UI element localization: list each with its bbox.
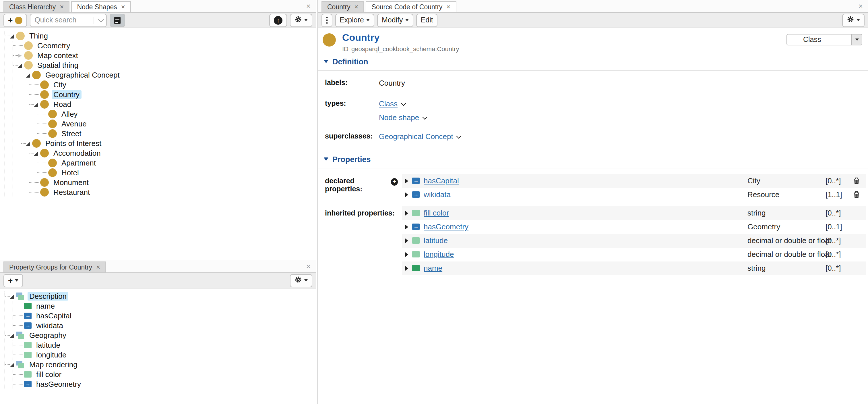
row-expander-icon[interactable] xyxy=(405,238,408,243)
tree-item-thing[interactable]: Thing xyxy=(5,31,316,41)
tree-expander-icon[interactable] xyxy=(10,293,15,299)
class-icon xyxy=(24,41,33,50)
property-groups-settings-button[interactable] xyxy=(290,274,312,287)
add-property-group-button[interactable]: + xyxy=(3,274,23,287)
create-class-button[interactable]: + xyxy=(3,13,27,27)
modify-button[interactable]: Modify xyxy=(377,13,413,27)
tab-close-icon[interactable]: × xyxy=(446,3,451,10)
tree-item-wikidata[interactable]: →wikidata xyxy=(13,321,316,330)
tree-item-map-context[interactable]: Map context xyxy=(13,51,316,60)
select-arrow-button[interactable] xyxy=(851,34,862,45)
class-hierarchy-settings-button[interactable] xyxy=(290,13,312,27)
definition-section-header[interactable]: Definition xyxy=(318,57,868,66)
property-link[interactable]: fill color xyxy=(424,209,449,217)
search-options-dropdown[interactable] xyxy=(94,17,106,24)
tree-expander-icon[interactable] xyxy=(34,102,39,107)
row-expander-icon[interactable] xyxy=(405,224,408,229)
edit-button[interactable]: Edit xyxy=(416,13,438,27)
property-link[interactable]: name xyxy=(424,264,442,272)
row-expander-icon[interactable] xyxy=(405,266,408,270)
tree-expander-icon[interactable] xyxy=(10,333,15,338)
tab-label: Property Groups for Country xyxy=(9,264,92,271)
resource-tab-source-code-of-country[interactable]: Source Code of Country× xyxy=(366,1,456,12)
tree-item-hotel[interactable]: Hotel xyxy=(37,168,316,178)
tree-item-restaurant[interactable]: Restaurant xyxy=(29,187,316,197)
book-icon xyxy=(114,17,121,24)
tree-item-hasgeometry[interactable]: →hasGeometry xyxy=(13,379,316,389)
tree-expander-icon[interactable] xyxy=(10,33,15,39)
chevron-down-icon[interactable] xyxy=(456,134,461,139)
dictionary-view-button[interactable] xyxy=(110,13,125,27)
tree-expander-icon[interactable] xyxy=(18,62,23,68)
property-link[interactable]: longitude xyxy=(424,250,454,259)
tree-item-geographical-concept[interactable]: Geographical Concept xyxy=(21,70,316,80)
property-link[interactable]: hasCapital xyxy=(424,176,459,185)
tree-connector xyxy=(13,374,23,375)
resource-link-geographical-concept[interactable]: Geographical Concept xyxy=(379,132,453,141)
tree-item-hascapital[interactable]: →hasCapital xyxy=(13,311,316,321)
class-hierarchy-tabbar: Class Hierarchy×Node Shapes×× xyxy=(0,0,316,12)
tree-item-longitude[interactable]: longitude xyxy=(13,350,316,360)
chevron-down-icon[interactable] xyxy=(423,115,427,119)
resource-settings-button[interactable] xyxy=(842,13,865,27)
tree-item-country[interactable]: Country xyxy=(29,90,316,99)
add-property-icon[interactable]: + xyxy=(391,178,398,185)
tree-item-label: fill color xyxy=(34,370,63,379)
tree-item-fill-color[interactable]: fill color xyxy=(13,370,316,379)
explore-button[interactable]: Explore xyxy=(335,13,374,27)
class-icon xyxy=(32,71,41,79)
tab-close-icon[interactable]: × xyxy=(354,3,359,10)
row-expander-icon[interactable] xyxy=(405,252,408,257)
tree-expander-icon[interactable] xyxy=(26,141,31,146)
tree-item-description[interactable]: Description xyxy=(5,291,316,301)
delete-icon[interactable] xyxy=(853,191,860,198)
resource-type-select[interactable]: Class xyxy=(786,34,862,46)
panel-close-icon[interactable]: × xyxy=(859,2,868,12)
quick-search-input[interactable] xyxy=(30,16,94,24)
tree-item-apartment[interactable]: Apartment xyxy=(37,158,316,168)
chevron-down-icon[interactable] xyxy=(401,101,406,106)
property-link[interactable]: latitude xyxy=(424,236,448,245)
tree-item-geography[interactable]: Geography xyxy=(5,330,316,340)
tree-item-monument[interactable]: Monument xyxy=(29,178,316,187)
tab-close-icon[interactable]: × xyxy=(60,3,64,10)
locate-button[interactable]: ↑ xyxy=(269,13,287,27)
class-hierarchy-tab-class-hierarchy[interactable]: Class Hierarchy× xyxy=(3,1,69,12)
resource-tab-country[interactable]: Country× xyxy=(321,1,364,12)
delete-icon[interactable] xyxy=(853,177,860,184)
property-link[interactable]: hasGeometry xyxy=(424,222,468,231)
tree-expander-icon[interactable] xyxy=(34,150,39,156)
tab-close-icon[interactable]: × xyxy=(121,3,125,10)
tree-item-city[interactable]: City xyxy=(29,80,316,90)
more-actions-button[interactable] xyxy=(321,13,332,27)
class-hierarchy-tab-node-shapes[interactable]: Node Shapes× xyxy=(71,1,131,12)
property-groups-tab-property-groups-for-country[interactable]: Property Groups for Country× xyxy=(3,261,106,272)
tree-item-street[interactable]: Street xyxy=(37,129,316,139)
resource-link-class[interactable]: Class xyxy=(379,99,398,108)
property-link[interactable]: wikidata xyxy=(424,190,451,199)
tree-item-alley[interactable]: Alley xyxy=(37,109,316,119)
chevron-down-icon xyxy=(304,279,308,282)
row-expander-icon[interactable] xyxy=(405,192,408,197)
tree-item-spatial-thing[interactable]: Spatial thing xyxy=(13,60,316,70)
tree-expander-icon[interactable] xyxy=(26,72,31,78)
row-expander-icon[interactable] xyxy=(405,178,408,183)
tree-item-accomodation[interactable]: Accomodation xyxy=(29,148,316,158)
tab-close-icon[interactable]: × xyxy=(96,264,100,271)
tree-item-avenue[interactable]: Avenue xyxy=(37,119,316,129)
resource-link-node-shape[interactable]: Node shape xyxy=(379,113,419,121)
properties-section-header[interactable]: Properties xyxy=(318,155,868,164)
tree-expander-icon[interactable] xyxy=(10,362,15,368)
tree-expander-icon[interactable] xyxy=(18,53,23,58)
tab-label: Country xyxy=(327,3,350,10)
tree-item-points-of-interest[interactable]: Points of Interest xyxy=(21,139,316,148)
panel-close-icon[interactable]: × xyxy=(306,263,316,272)
row-expander-icon[interactable] xyxy=(405,211,408,215)
panel-close-icon[interactable]: × xyxy=(306,2,316,12)
tree-item-road[interactable]: Road xyxy=(29,99,316,109)
tree-item-map-rendering[interactable]: Map rendering xyxy=(5,360,316,370)
tree-connector xyxy=(5,296,10,296)
tree-item-name[interactable]: name xyxy=(13,301,316,311)
tree-item-latitude[interactable]: latitude xyxy=(13,340,316,350)
tree-item-geometry[interactable]: Geometry xyxy=(13,41,316,51)
